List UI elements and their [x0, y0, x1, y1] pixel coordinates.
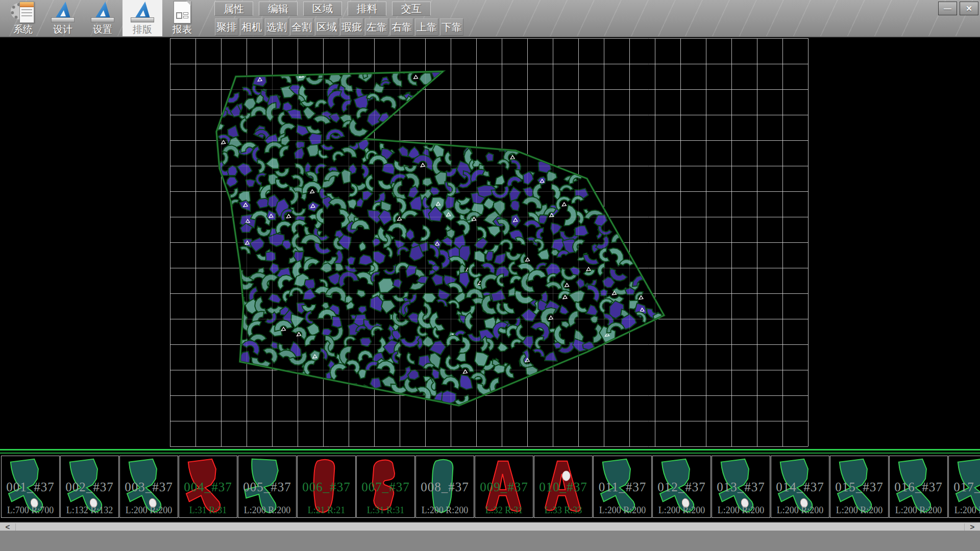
horizontal-scrollbar[interactable]: < >	[0, 521, 980, 531]
action-camera[interactable]: 相机	[240, 18, 263, 36]
main-tab-label: 设计	[53, 24, 72, 35]
nesting-workspace	[0, 37, 980, 449]
piece-lr-label: L:200 R:200	[830, 505, 888, 516]
thumbnail-cell[interactable]: 002_#37L:132 R:132	[60, 456, 119, 518]
layout-ruler-icon	[130, 1, 155, 23]
system-gear-doc-icon	[11, 1, 35, 23]
piece-lr-label: L:200 R:200	[949, 505, 980, 516]
piece-lr-label: L:33 R:33	[534, 505, 592, 516]
piece-lr-label: L:200 R:200	[890, 505, 947, 516]
piece-lr-label: L:200 R:200	[712, 505, 770, 516]
piece-lr-label: L:31 R:31	[357, 505, 414, 516]
piece-lr-label: L:200 R:200	[771, 505, 829, 516]
close-button[interactable]: ✕	[960, 2, 978, 15]
scroll-left-icon[interactable]: <	[0, 523, 16, 531]
main-tab-settings[interactable]: 设置	[83, 0, 122, 36]
action-align-left[interactable]: 左靠	[365, 18, 388, 36]
piece-lr-label: L:200 R:200	[238, 505, 296, 516]
main-tab-report[interactable]: 报表	[162, 0, 202, 36]
menu-tab-edit[interactable]: 编辑	[259, 2, 298, 16]
piece-id-label: 017_#37	[949, 480, 980, 494]
piece-id-label: 009_#37	[475, 480, 533, 494]
piece-id-label: 006_#37	[298, 480, 355, 494]
main-tab-layout[interactable]: 排版	[122, 0, 162, 36]
main-tab-label: 设置	[93, 24, 112, 35]
action-button-bar: 聚排 相机 选割 全割 区域 瑕疵 左靠 右靠 上靠 下靠	[215, 18, 465, 36]
menu-tab-bar: 属性 编辑 区域 排料 交互	[214, 2, 436, 16]
thumbnail-cell[interactable]: 009_#37L:32 R:31	[475, 456, 533, 518]
toolbar: 系统 设计 设置 排版	[0, 0, 980, 37]
menu-tab-region[interactable]: 区域	[303, 2, 342, 16]
action-select-cut[interactable]: 选割	[265, 18, 288, 36]
thumbnail-cell[interactable]: 005_#37L:200 R:200	[238, 456, 297, 518]
thumbnail-cell[interactable]: 006_#37L:21 R:21	[297, 456, 356, 518]
thumbnail-cell[interactable]: 015_#37L:200 R:200	[830, 456, 889, 518]
main-tab-system[interactable]: 系统	[3, 0, 43, 36]
piece-id-label: 012_#37	[653, 480, 710, 494]
piece-lr-label: L:21 R:21	[298, 505, 355, 516]
window-controls: — ✕	[938, 2, 978, 15]
thumbnail-cell[interactable]: 012_#37L:200 R:200	[652, 456, 711, 518]
thumbnail-cell[interactable]: 014_#37L:200 R:200	[771, 456, 829, 518]
menu-tab-interact[interactable]: 交互	[392, 2, 431, 16]
action-align-right[interactable]: 右靠	[390, 18, 413, 36]
main-tab-label: 排版	[133, 24, 152, 35]
piece-lr-label: L:31 R:31	[179, 505, 237, 516]
piece-lr-label: L:132 R:132	[61, 505, 118, 516]
scroll-right-icon[interactable]: >	[964, 523, 980, 531]
piece-id-label: 015_#37	[830, 480, 888, 494]
piece-id-label: 016_#37	[890, 480, 947, 494]
thumbnail-strip: 001_#37L:700 R:700002_#37L:132 R:132003_…	[0, 449, 980, 521]
thumbnail-cell[interactable]: 008_#37L:200 R:200	[415, 456, 474, 518]
thumbnail-cell[interactable]: 016_#37L:200 R:200	[889, 456, 948, 518]
piece-id-label: 014_#37	[771, 480, 829, 494]
piece-lr-label: L:200 R:200	[120, 505, 178, 516]
action-region[interactable]: 区域	[315, 18, 338, 36]
piece-id-label: 011_#37	[594, 480, 651, 494]
piece-id-label: 010_#37	[534, 480, 592, 494]
app-window: 系统 设计 设置 排版	[0, 0, 980, 551]
minimize-button[interactable]: —	[938, 2, 957, 15]
main-tab-label: 系统	[13, 24, 33, 35]
action-defect[interactable]: 瑕疵	[340, 18, 363, 36]
settings-ruler-icon	[90, 1, 115, 23]
thumbnail-cell[interactable]: 010_#37L:33 R:33	[534, 456, 593, 518]
thumbnail-cell[interactable]: 001_#37L:700 R:700	[1, 456, 60, 518]
piece-id-label: 013_#37	[712, 480, 770, 494]
piece-lr-label: L:200 R:200	[653, 505, 710, 516]
report-doc-icon	[170, 1, 194, 23]
piece-id-label: 007_#37	[357, 480, 414, 494]
thumbnail-cell[interactable]: 011_#37L:200 R:200	[593, 456, 652, 518]
piece-id-label: 003_#37	[120, 480, 178, 494]
design-ruler-icon	[51, 1, 75, 23]
action-align-top[interactable]: 上靠	[415, 18, 438, 36]
thumbnail-cell[interactable]: 017_#37L:200 R:200	[948, 456, 980, 518]
thumbnail-cell[interactable]: 007_#37L:31 R:31	[356, 456, 415, 518]
thumbnail-cells: 001_#37L:700 R:700002_#37L:132 R:132003_…	[1, 456, 980, 518]
nesting-canvas[interactable]	[0, 37, 980, 449]
main-tab-design[interactable]: 设计	[43, 0, 83, 36]
piece-lr-label: L:700 R:700	[2, 505, 59, 516]
action-cluster-nest[interactable]: 聚排	[215, 18, 238, 36]
menu-tab-nesting[interactable]: 排料	[348, 2, 386, 16]
piece-id-label: 005_#37	[238, 480, 296, 494]
piece-id-label: 001_#37	[2, 480, 59, 494]
piece-lr-label: L:200 R:200	[416, 505, 474, 516]
piece-lr-label: L:32 R:31	[475, 505, 533, 516]
thumbnail-cell[interactable]: 013_#37L:200 R:200	[712, 456, 770, 518]
thumbnail-cell[interactable]: 004_#37L:31 R:31	[179, 456, 237, 518]
action-cut-all[interactable]: 全割	[290, 18, 313, 36]
bottom-bar	[0, 531, 980, 551]
action-align-bottom[interactable]: 下靠	[440, 18, 463, 36]
main-button-bar: 系统 设计 设置 排版	[3, 0, 202, 36]
piece-lr-label: L:200 R:200	[594, 505, 651, 516]
thumbnail-cell[interactable]: 003_#37L:200 R:200	[119, 456, 178, 518]
piece-id-label: 002_#37	[61, 480, 118, 494]
menu-tab-properties[interactable]: 属性	[214, 2, 253, 16]
piece-id-label: 008_#37	[416, 480, 474, 494]
piece-id-label: 004_#37	[179, 480, 237, 494]
